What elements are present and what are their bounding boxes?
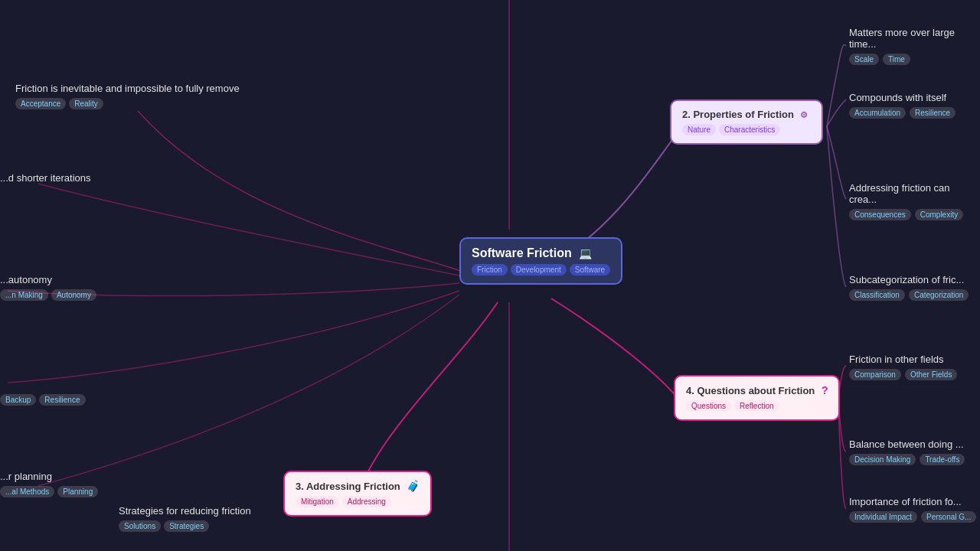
node-questions[interactable]: 4. Questions about Friction ? Questions … xyxy=(674,375,840,421)
balance-tags: Decision Making Trade-offs xyxy=(849,454,965,465)
node-4-title: 4. Questions about Friction ? xyxy=(686,384,828,396)
float-inevitable: Friction is inevitable and impossible to… xyxy=(15,83,240,109)
tag-classification: Classification xyxy=(849,289,905,301)
tag-resilience-left: Resilience xyxy=(39,394,85,406)
laptop-icon: 💻 xyxy=(579,247,592,259)
node-3-title-text: 3. Addressing Friction xyxy=(296,481,400,492)
node-properties[interactable]: 2. Properties of Friction ⚙ Nature Chara… xyxy=(670,99,823,145)
tag-addressing: Addressing xyxy=(342,496,391,507)
float-strategies: Strategies for reducing friction Solutio… xyxy=(119,505,251,532)
better-planning-tags: ...al Methods Planning xyxy=(0,486,98,497)
tag-accumulation: Accumulation xyxy=(849,107,906,119)
node-addressing[interactable]: 3. Addressing Friction 🧳 Mitigation Addr… xyxy=(283,471,432,517)
tag-time: Time xyxy=(883,54,910,65)
tag-trade-offs: Trade-offs xyxy=(920,454,965,465)
inevitable-title: Friction is inevitable and impossible to… xyxy=(15,83,240,94)
tag-development: Development xyxy=(511,264,567,276)
tag-scale: Scale xyxy=(849,54,879,65)
compounds-title: Compounds with itself xyxy=(849,92,956,103)
float-importance: Importance of friction fo... Individual … xyxy=(849,496,976,523)
importance-title: Importance of friction fo... xyxy=(849,496,976,507)
central-node-title: Software Friction 💻 xyxy=(472,246,610,260)
tag-reflection: Reflection xyxy=(734,400,779,412)
addressing-friction-title: Addressing friction can crea... xyxy=(849,182,980,205)
float-balance: Balance between doing ... Decision Makin… xyxy=(849,439,965,465)
float-friction-other-fields: Friction in other fields Comparison Othe… xyxy=(849,354,957,380)
tag-categorization: Categorization xyxy=(909,289,969,301)
tag-backup: Backup xyxy=(0,394,36,406)
better-planning-title: ...r planning xyxy=(0,471,98,482)
float-autonomy: ...autonomy ...n Making Autonomy xyxy=(0,274,96,301)
float-backup: Backup Resilience xyxy=(0,394,86,406)
tag-software: Software xyxy=(570,264,610,276)
tag-nature: Nature xyxy=(682,124,716,135)
float-shorter-iterations: ...d shorter iterations xyxy=(0,172,91,187)
mindmap-canvas: Software Friction 💻 Friction Development… xyxy=(0,0,980,551)
tag-personal-g: Personal G... xyxy=(921,511,976,523)
node-4-title-text: 4. Questions about Friction xyxy=(686,385,815,396)
tag-other-fields: Other Fields xyxy=(905,369,957,380)
tag-mitigation: Mitigation xyxy=(296,496,339,507)
tag-individual-impact: Individual Impact xyxy=(849,511,917,523)
node-2-title: 2. Properties of Friction ⚙ xyxy=(682,109,811,120)
tag-consequences: Consequences xyxy=(849,209,911,220)
suitcase-icon: 🧳 xyxy=(407,480,420,492)
addressing-friction-tags: Consequences Complexity xyxy=(849,209,980,220)
importance-tags: Individual Impact Personal G... xyxy=(849,511,976,523)
settings-icon: ⚙ xyxy=(800,110,808,119)
friction-other-fields-tags: Comparison Other Fields xyxy=(849,369,957,380)
autonomy-title: ...autonomy xyxy=(0,274,96,285)
question-icon: ? xyxy=(822,384,828,396)
tag-autonomy: Autonomy xyxy=(51,289,96,301)
tag-al-methods: ...al Methods xyxy=(0,486,54,497)
compounds-tags: Accumulation Resilience xyxy=(849,107,956,119)
tag-solutions: Solutions xyxy=(119,520,161,532)
tag-questions: Questions xyxy=(686,400,731,412)
node-3-tags: Mitigation Addressing xyxy=(296,496,420,507)
float-subcategorization: Subcategorization of fric... Classificat… xyxy=(849,274,969,301)
node-3-title: 3. Addressing Friction 🧳 xyxy=(296,480,420,492)
tag-strategies: Strategies xyxy=(164,520,209,532)
tag-acceptance: Acceptance xyxy=(15,98,66,109)
float-better-planning: ...r planning ...al Methods Planning xyxy=(0,471,98,497)
tag-friction: Friction xyxy=(472,264,508,276)
tag-planning: Planning xyxy=(57,486,98,497)
central-tags: Friction Development Software xyxy=(472,264,610,276)
subcategorization-tags: Classification Categorization xyxy=(849,289,969,301)
matters-time-tags: Scale Time xyxy=(849,54,980,65)
node-2-title-text: 2. Properties of Friction xyxy=(682,109,794,120)
tag-resilience: Resilience xyxy=(910,107,956,119)
matters-time-title: Matters more over large time... xyxy=(849,27,980,50)
shorter-iterations-title: ...d shorter iterations xyxy=(0,172,91,184)
balance-title: Balance between doing ... xyxy=(849,439,965,450)
central-node[interactable]: Software Friction 💻 Friction Development… xyxy=(459,237,622,285)
tag-decision-making-left: ...n Making xyxy=(0,289,48,301)
strategies-title: Strategies for reducing friction xyxy=(119,505,251,517)
tag-decision-making: Decision Making xyxy=(849,454,916,465)
node-2-tags: Nature Characteristics xyxy=(682,124,811,135)
strategies-tags: Solutions Strategies xyxy=(119,520,251,532)
float-compounds: Compounds with itself Accumulation Resil… xyxy=(849,92,956,119)
float-addressing-friction: Addressing friction can crea... Conseque… xyxy=(849,182,980,220)
tag-comparison: Comparison xyxy=(849,369,901,380)
tag-reality: Reality xyxy=(69,98,103,109)
float-matters-time: Matters more over large time... Scale Ti… xyxy=(849,27,980,65)
central-title-text: Software Friction xyxy=(472,246,572,259)
backup-tags: Backup Resilience xyxy=(0,394,86,406)
node-4-tags: Questions Reflection xyxy=(686,400,828,412)
friction-other-fields-title: Friction in other fields xyxy=(849,354,957,365)
autonomy-tags: ...n Making Autonomy xyxy=(0,289,96,301)
subcategorization-title: Subcategorization of fric... xyxy=(849,274,969,285)
inevitable-tags: Acceptance Reality xyxy=(15,98,240,109)
tag-complexity: Complexity xyxy=(915,209,963,220)
tag-characteristics: Characteristics xyxy=(719,124,780,135)
